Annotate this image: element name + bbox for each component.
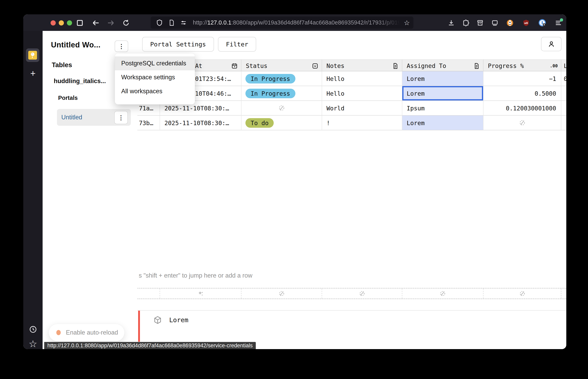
cell-last[interactable] bbox=[561, 101, 566, 116]
cell-notes[interactable]: ! bbox=[322, 116, 402, 130]
page-info-icon[interactable] bbox=[168, 19, 175, 26]
svg-text:uO: uO bbox=[524, 22, 528, 25]
address-bar[interactable]: http://127.0.0.1:8080/app/w/019a36d4d86f… bbox=[151, 16, 413, 29]
column-header-assigned-to[interactable]: Assigned To bbox=[402, 59, 484, 71]
cell-status[interactable]: To do bbox=[241, 116, 322, 130]
column-header-progress[interactable]: Progress % .00 bbox=[484, 59, 561, 71]
status-bar-link-tooltip: http://127.0.0.1:8080/app/w/019a36d4d86f… bbox=[44, 342, 256, 349]
new-cell-notes[interactable] bbox=[322, 288, 402, 299]
vertical-tab-strip: + ☆ ⚙ bbox=[23, 31, 43, 349]
portals-section-label: Portals bbox=[58, 95, 78, 101]
filter-button[interactable]: Filter bbox=[218, 37, 256, 52]
reload-icon[interactable] bbox=[121, 18, 131, 28]
panel-divider bbox=[137, 310, 566, 311]
null-value-icon bbox=[519, 290, 526, 297]
window-close-button[interactable] bbox=[51, 20, 56, 26]
downloads-icon[interactable] bbox=[446, 18, 456, 28]
containers-icon[interactable] bbox=[475, 18, 485, 28]
column-header-notes[interactable]: Notes bbox=[322, 59, 402, 71]
portal-settings-button[interactable]: Portal Settings bbox=[142, 37, 214, 52]
cell-status[interactable]: In Progress bbox=[241, 86, 322, 101]
column-header-status[interactable]: Status bbox=[241, 59, 322, 71]
tracking-shield-icon[interactable] bbox=[156, 19, 163, 26]
extensions-icon[interactable] bbox=[461, 18, 471, 28]
cell-status[interactable] bbox=[241, 101, 322, 116]
cell-last[interactable] bbox=[561, 86, 566, 101]
new-cell-progress[interactable] bbox=[484, 288, 561, 299]
menu-item-workspace-settings[interactable]: Workspace settings bbox=[115, 70, 195, 84]
update-badge bbox=[560, 18, 563, 21]
status-badge: In Progress bbox=[245, 74, 295, 83]
new-row-strip[interactable] bbox=[137, 288, 566, 299]
main-content: Portal Settings Filter At Status Notes A… bbox=[137, 31, 566, 349]
cell-notes[interactable]: Hello bbox=[322, 86, 402, 101]
auto-reload-label: Enable auto-reload bbox=[66, 329, 118, 336]
portal-link[interactable]: Untitled bbox=[61, 114, 82, 121]
privacy-badger-extension-icon[interactable] bbox=[505, 18, 515, 28]
window-minimize-button[interactable] bbox=[59, 20, 64, 26]
new-cell-id[interactable] bbox=[137, 288, 160, 299]
cell-last[interactable]: 0 bbox=[561, 71, 566, 86]
password-manager-extension-icon[interactable] bbox=[537, 18, 548, 28]
ublock-origin-extension-icon[interactable]: uO bbox=[521, 18, 531, 28]
workspace-menu-button[interactable]: ⋮ bbox=[115, 40, 128, 52]
screenshot-icon[interactable] bbox=[490, 18, 500, 28]
enable-auto-reload-button[interactable]: Enable auto-reload bbox=[49, 324, 124, 341]
cell-assigned-to[interactable]: Ipsum bbox=[402, 101, 484, 116]
new-tab-button[interactable]: + bbox=[23, 67, 43, 79]
sidebar-item-portal[interactable]: Untitled ⋮ bbox=[57, 109, 131, 126]
sparkle-icon bbox=[197, 290, 204, 297]
null-value-icon bbox=[278, 290, 285, 297]
url-text: http://127.0.0.1:8080/app/w/019a36d4d86f… bbox=[193, 19, 402, 26]
new-cell-status[interactable] bbox=[241, 288, 322, 299]
window-zoom-button[interactable] bbox=[67, 20, 72, 26]
auto-reload-status-dot bbox=[56, 330, 61, 335]
bookmarks-star-icon[interactable]: ☆ bbox=[23, 338, 43, 349]
cell-progress[interactable]: 0.5000 bbox=[484, 86, 561, 101]
new-cell-assigned-to[interactable] bbox=[402, 288, 484, 299]
cell-progress[interactable]: −1 bbox=[484, 71, 561, 86]
table-row: 73b… 2025-11-10T08:30:… To do ! Lorem bbox=[137, 116, 566, 130]
browser-toolbar: http://127.0.0.1:8080/app/w/019a36d4d86f… bbox=[23, 14, 566, 31]
workspace-menu: PostgreSQL credentials Workspace setting… bbox=[115, 53, 195, 104]
workspace-title: Untitled Wo... bbox=[51, 41, 101, 49]
app-menu-icon[interactable] bbox=[553, 18, 563, 28]
active-tab[interactable] bbox=[26, 48, 39, 62]
cube-icon bbox=[153, 316, 162, 324]
sidebar-toggle-icon[interactable] bbox=[75, 18, 85, 28]
table-row: 01T23:54:… In Progress Hello Lorem −1 0 bbox=[137, 71, 566, 86]
back-icon[interactable] bbox=[90, 18, 101, 28]
tables-section-label: Tables bbox=[52, 61, 72, 69]
text-doc-icon bbox=[392, 63, 399, 69]
menu-item-postgresql-credentials[interactable]: PostgreSQL credentials bbox=[115, 56, 195, 70]
cell-notes[interactable]: Hello bbox=[322, 71, 402, 86]
cell-progress[interactable]: 0.120030001000 bbox=[484, 101, 561, 116]
null-value-icon bbox=[359, 290, 366, 297]
calendar-icon bbox=[231, 63, 238, 69]
cell-assigned-to-active[interactable]: Lorem bbox=[402, 86, 484, 101]
cell-id[interactable]: 73b… bbox=[137, 116, 160, 130]
cell-assigned-to[interactable]: Lorem bbox=[402, 116, 484, 130]
column-header-last[interactable]: L bbox=[561, 59, 566, 71]
menu-item-all-workspaces[interactable]: All workspaces bbox=[115, 84, 195, 98]
cell-at[interactable]: 2025-11-10T08:30:… bbox=[160, 116, 241, 130]
bookmark-star-icon[interactable]: ☆ bbox=[404, 19, 410, 27]
status-badge: To do bbox=[245, 118, 274, 128]
user-button[interactable] bbox=[541, 37, 561, 51]
cell-last[interactable] bbox=[561, 116, 566, 130]
table-row: 10T04:46:… In Progress Hello Lorem 0.500… bbox=[137, 86, 566, 101]
history-icon[interactable] bbox=[23, 323, 43, 335]
sidebar-item-table[interactable]: huddling_italics... bbox=[54, 78, 106, 85]
new-cell-last[interactable] bbox=[561, 288, 566, 299]
cell-status[interactable]: In Progress bbox=[241, 71, 322, 86]
record-accent-bar bbox=[138, 311, 140, 342]
decimal-format-icon: .00 bbox=[550, 63, 558, 68]
permissions-icon[interactable] bbox=[180, 19, 187, 26]
new-cell-at[interactable] bbox=[160, 288, 241, 299]
cell-notes[interactable]: World bbox=[322, 101, 402, 116]
forward-icon[interactable] bbox=[106, 18, 116, 28]
null-value-icon bbox=[241, 101, 322, 115]
cell-assigned-to[interactable]: Lorem bbox=[402, 71, 484, 86]
portal-menu-button[interactable]: ⋮ bbox=[114, 111, 128, 124]
cell-progress[interactable] bbox=[484, 116, 561, 130]
